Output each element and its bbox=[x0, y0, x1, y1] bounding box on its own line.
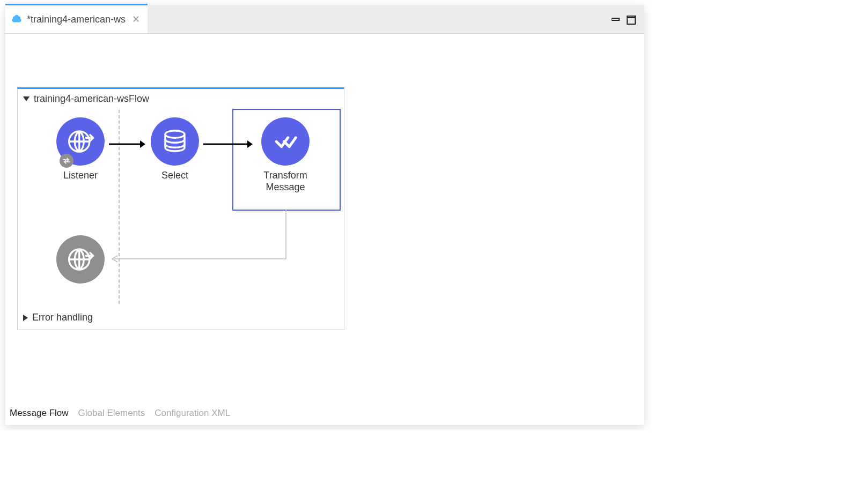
node-select-label: Select bbox=[137, 170, 212, 182]
flow-header[interactable]: training4-american-wsFlow bbox=[18, 89, 344, 108]
maximize-icon[interactable] bbox=[627, 16, 636, 23]
svg-point-7 bbox=[165, 131, 185, 138]
flow-arrow bbox=[203, 139, 254, 150]
mule-icon bbox=[11, 13, 23, 25]
node-response[interactable] bbox=[56, 235, 105, 284]
svg-rect-0 bbox=[612, 18, 619, 20]
bottom-tab-global-elements[interactable]: Global Elements bbox=[78, 408, 145, 419]
tab-title: *training4-american-ws bbox=[27, 14, 126, 25]
node-transform-label: Transform Message bbox=[248, 170, 323, 193]
exchange-badge-icon bbox=[60, 154, 73, 168]
flow-canvas[interactable]: training4-american-wsFlow bbox=[5, 34, 644, 398]
bottom-tab-message-flow[interactable]: Message Flow bbox=[10, 408, 69, 419]
globe-out-icon bbox=[56, 235, 105, 284]
chevron-down-icon bbox=[23, 96, 30, 101]
globe-out-icon bbox=[56, 117, 105, 166]
flow-container[interactable]: training4-american-wsFlow bbox=[17, 87, 344, 330]
close-icon[interactable]: ✕ bbox=[132, 13, 140, 25]
database-icon bbox=[151, 117, 199, 166]
error-handling-label: Error handling bbox=[32, 312, 93, 323]
editor-tab[interactable]: *training4-american-ws ✕ bbox=[5, 4, 148, 33]
editor-window: *training4-american-ws ✕ training4-ameri… bbox=[5, 5, 644, 425]
tab-bar: *training4-american-ws ✕ bbox=[5, 5, 644, 34]
window-controls bbox=[612, 5, 644, 33]
node-listener-label: Listener bbox=[43, 170, 118, 182]
flow-arrow bbox=[109, 139, 146, 150]
minimize-icon[interactable] bbox=[612, 16, 621, 23]
flow-title: training4-american-wsFlow bbox=[34, 93, 149, 105]
node-transform-message[interactable]: Transform Message bbox=[261, 117, 323, 193]
dataweave-icon bbox=[261, 117, 310, 166]
bottom-tab-configuration-xml[interactable]: Configuration XML bbox=[155, 408, 230, 419]
chevron-right-icon bbox=[23, 315, 28, 321]
error-handling-section[interactable]: Error handling bbox=[18, 306, 344, 330]
bottom-tabs: Message Flow Global Elements Configurati… bbox=[5, 398, 644, 425]
flow-body: Listener Select bbox=[18, 108, 344, 306]
